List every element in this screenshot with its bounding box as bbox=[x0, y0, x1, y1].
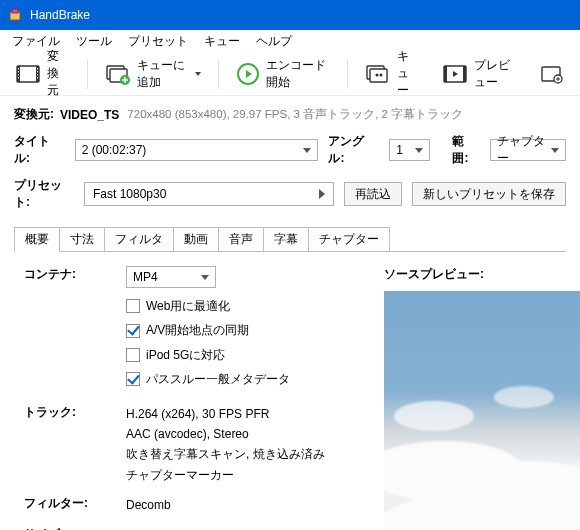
filter-value: Decomb bbox=[126, 495, 384, 515]
add-queue-label: キューに追加 bbox=[137, 57, 187, 91]
tab-chapters[interactable]: チャプター bbox=[308, 227, 390, 251]
svg-rect-9 bbox=[37, 68, 38, 70]
menu-queue[interactable]: キュー bbox=[196, 31, 248, 52]
tab-summary[interactable]: 概要 bbox=[14, 227, 60, 252]
svg-rect-23 bbox=[463, 66, 466, 82]
svg-rect-6 bbox=[18, 71, 19, 73]
source-label: 変換元 bbox=[47, 48, 70, 99]
size-label: サイズ: bbox=[14, 526, 126, 530]
start-encode-label: エンコード開始 bbox=[266, 57, 330, 91]
preview-title: ソースプレビュー: bbox=[384, 266, 580, 283]
source-name: VIDEO_TS bbox=[60, 108, 119, 122]
chevron-down-icon bbox=[551, 148, 559, 153]
title-label: タイトル: bbox=[14, 133, 65, 167]
tab-filters[interactable]: フィルタ bbox=[104, 227, 174, 251]
checkbox-icon bbox=[126, 372, 140, 386]
cb-meta-label: パススルー一般メタデータ bbox=[146, 369, 290, 389]
source-info: 720x480 (853x480), 29.97 FPS, 3 音声トラック, … bbox=[127, 107, 463, 122]
checkbox-ipod[interactable]: iPod 5Gに対応 bbox=[126, 345, 384, 365]
start-encode-button[interactable]: エンコード開始 bbox=[227, 52, 339, 96]
tabs: 概要 寸法 フィルタ 動画 音声 字幕 チャプター bbox=[14, 227, 566, 251]
chevron-down-icon bbox=[303, 148, 311, 153]
source-button[interactable]: 変換元 bbox=[6, 43, 79, 104]
checkbox-web-optimize[interactable]: Web用に最適化 bbox=[126, 296, 384, 316]
queue-icon bbox=[365, 63, 391, 85]
track-audio: AAC (avcodec), Stereo bbox=[126, 424, 384, 444]
container-label: コンテナ: bbox=[14, 266, 126, 394]
chevron-down-icon bbox=[201, 275, 209, 280]
add-queue-icon bbox=[105, 63, 131, 85]
track-sub: 吹き替え字幕スキャン, 焼き込み済み bbox=[126, 444, 384, 464]
checkbox-av-sync[interactable]: A/V開始地点の同期 bbox=[126, 320, 384, 340]
chevron-down-icon bbox=[195, 72, 201, 76]
angle-label: アングル: bbox=[328, 133, 379, 167]
reload-button[interactable]: 再読込 bbox=[344, 182, 402, 206]
svg-rect-11 bbox=[37, 74, 38, 76]
tab-audio-label: 音声 bbox=[229, 232, 253, 246]
sky-image bbox=[384, 291, 580, 530]
svg-rect-18 bbox=[370, 69, 387, 82]
tab-video[interactable]: 動画 bbox=[173, 227, 219, 251]
title-row: タイトル: 2 (00:02:37) アングル: 1 範囲: チャプター bbox=[14, 133, 566, 167]
svg-rect-12 bbox=[37, 77, 38, 79]
svg-rect-7 bbox=[18, 74, 19, 76]
size-value: 720x480 ストレージ, 853x480 表示 bbox=[126, 526, 384, 530]
container-select[interactable]: MP4 bbox=[126, 266, 216, 288]
range-value: チャプター bbox=[497, 133, 551, 167]
tab-subtitles[interactable]: 字幕 bbox=[263, 227, 309, 251]
menu-help[interactable]: ヘルプ bbox=[248, 31, 300, 52]
menu-presets[interactable]: プリセット bbox=[120, 31, 196, 52]
tab-filter-label: フィルタ bbox=[115, 232, 163, 246]
svg-rect-5 bbox=[18, 68, 19, 70]
play-icon bbox=[236, 63, 260, 85]
tab-dim-label: 寸法 bbox=[70, 232, 94, 246]
title-select[interactable]: 2 (00:02:37) bbox=[75, 139, 319, 161]
save-preset-button[interactable]: 新しいプリセットを保存 bbox=[412, 182, 566, 206]
range-select[interactable]: チャプター bbox=[490, 139, 566, 161]
separator bbox=[218, 59, 219, 89]
preset-select[interactable]: Fast 1080p30 bbox=[84, 182, 334, 206]
titlebar: HandBrake bbox=[0, 0, 580, 30]
tab-audio[interactable]: 音声 bbox=[218, 227, 264, 251]
angle-select[interactable]: 1 bbox=[389, 139, 430, 161]
cb-web-label: Web用に最適化 bbox=[146, 296, 230, 316]
container-value: MP4 bbox=[133, 267, 158, 287]
tab-dimensions[interactable]: 寸法 bbox=[59, 227, 105, 251]
content: 変換元: VIDEO_TS 720x480 (853x480), 29.97 F… bbox=[0, 96, 580, 530]
tab-sub-label: 字幕 bbox=[274, 232, 298, 246]
window-title: HandBrake bbox=[30, 8, 90, 22]
checkbox-icon bbox=[126, 348, 140, 362]
chevron-down-icon bbox=[415, 148, 423, 153]
container-row: コンテナ: MP4 Web用に最適化 A/V開始地点の同期 iPod 5Gに対応… bbox=[14, 266, 384, 394]
title-value: 2 (00:02:37) bbox=[82, 143, 147, 157]
preset-value: Fast 1080p30 bbox=[93, 187, 166, 201]
app-icon bbox=[8, 7, 24, 23]
filter-label: フィルター: bbox=[14, 495, 126, 515]
source-label: 変換元: bbox=[14, 106, 54, 123]
preview-button[interactable]: プレビュー bbox=[433, 52, 526, 96]
angle-value: 1 bbox=[396, 143, 403, 157]
track-label: トラック: bbox=[14, 404, 126, 486]
queue-button[interactable]: キュー bbox=[356, 43, 429, 104]
tab-chap-label: チャプター bbox=[319, 232, 379, 246]
preset-label: プリセット: bbox=[14, 177, 66, 211]
preview-image bbox=[384, 291, 580, 530]
svg-point-19 bbox=[375, 73, 378, 76]
svg-rect-22 bbox=[444, 66, 447, 82]
tab-summary-label: 概要 bbox=[25, 232, 49, 246]
queue-label: キュー bbox=[397, 48, 420, 99]
separator bbox=[87, 59, 88, 89]
svg-rect-1 bbox=[12, 9, 18, 13]
svg-rect-2 bbox=[17, 66, 39, 82]
checkbox-passthru-meta[interactable]: パススルー一般メタデータ bbox=[126, 369, 384, 389]
add-queue-button[interactable]: キューに追加 bbox=[96, 52, 210, 96]
checkbox-icon bbox=[126, 324, 140, 338]
reload-label: 再読込 bbox=[355, 186, 391, 203]
extra-button[interactable] bbox=[530, 58, 574, 90]
tab-panel-summary: コンテナ: MP4 Web用に最適化 A/V開始地点の同期 iPod 5Gに対応… bbox=[14, 251, 566, 530]
preview-pane: ソースプレビュー: bbox=[384, 266, 580, 530]
checkbox-icon bbox=[126, 299, 140, 313]
preview-label: プレビュー bbox=[474, 57, 517, 91]
source-row: 変換元: VIDEO_TS 720x480 (853x480), 29.97 F… bbox=[14, 106, 566, 123]
save-preset-label: 新しいプリセットを保存 bbox=[423, 186, 555, 203]
